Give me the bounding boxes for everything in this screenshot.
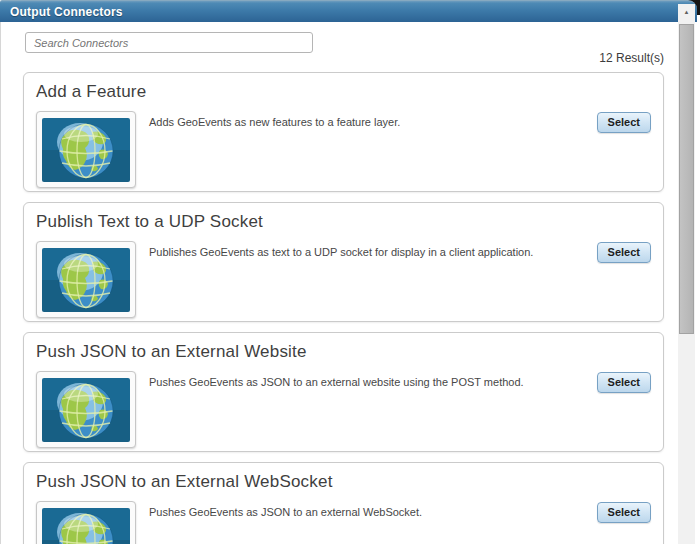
globe-icon	[42, 248, 130, 312]
select-button[interactable]: Select	[597, 112, 651, 133]
connector-thumbnail	[36, 241, 136, 318]
dialog-title: Output Connectors	[0, 5, 123, 19]
connector-thumbnail	[36, 501, 136, 544]
connector-title: Push JSON to an External Website	[36, 342, 651, 362]
connector-description: Pushes GeoEvents as JSON to an external …	[136, 371, 597, 390]
select-button[interactable]: Select	[597, 502, 651, 523]
scrollbar-thumb[interactable]	[679, 24, 694, 334]
results-count: 12 Result(s)	[599, 51, 664, 65]
connector-title: Publish Text to a UDP Socket	[36, 212, 651, 232]
globe-icon	[42, 508, 130, 544]
dialog-titlebar: Output Connectors ✖	[0, 0, 697, 22]
connector-thumbnail	[36, 371, 136, 448]
scroll-up-arrow-icon[interactable]: ▲	[678, 4, 695, 20]
connector-title: Push JSON to an External WebSocket	[36, 472, 651, 492]
select-button[interactable]: Select	[597, 372, 651, 393]
connector-card: Push JSON to an External Website	[23, 332, 664, 452]
connector-title: Add a Feature	[36, 82, 651, 102]
connector-description: Publishes GeoEvents as text to a UDP soc…	[136, 241, 597, 260]
connector-list: Add a Feature	[23, 72, 664, 544]
connector-card: Push JSON to an External WebSocket	[23, 462, 664, 544]
globe-icon	[42, 118, 130, 182]
select-button[interactable]: Select	[597, 242, 651, 263]
output-connectors-dialog: Output Connectors ✖ 12 Result(s) Add a F…	[0, 0, 700, 544]
connector-description: Pushes GeoEvents as JSON to an external …	[136, 501, 597, 520]
connector-description: Adds GeoEvents as new features to a feat…	[136, 111, 597, 130]
connector-card: Publish Text to a UDP Socket	[23, 202, 664, 322]
vertical-scrollbar[interactable]: ▲	[678, 4, 695, 544]
connector-thumbnail	[36, 111, 136, 188]
search-input[interactable]	[25, 32, 313, 53]
dialog-body: 12 Result(s) Add a Feature	[0, 22, 700, 544]
connector-card: Add a Feature	[23, 72, 664, 192]
globe-icon	[42, 378, 130, 442]
